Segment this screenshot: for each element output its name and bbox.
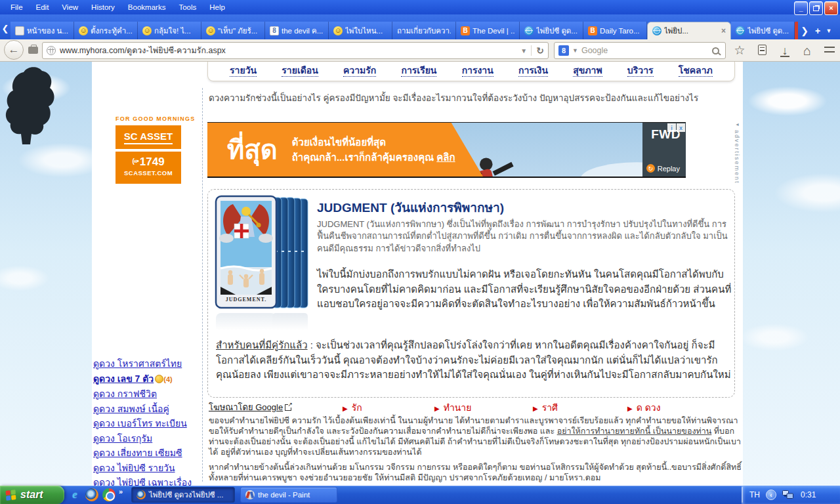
ad-info-icon[interactable]: i — [667, 123, 676, 132]
tab-6[interactable]: ไพ่ใบไหน... — [329, 22, 392, 39]
windows-flag-icon — [6, 489, 16, 500]
sidebar-item-gypsy-topics[interactable]: ดูดวง ไพ่ยิปซี เฉพาะเรื่อง — [93, 477, 206, 486]
ad-link-love[interactable]: รัก — [343, 400, 362, 415]
search-bar[interactable]: 8 ▼ Google — [554, 42, 726, 59]
tab-3[interactable]: กลุ้มใจ! ไ... — [138, 22, 201, 39]
tab-9[interactable]: ไพ่ยิปซี ดูด... — [520, 22, 583, 39]
sidebar-item-fortune-sticks[interactable]: ดูดวง เสี่ยงทาย เซียมซี — [93, 448, 206, 459]
ad-link-horoscope[interactable]: ด ดวง — [627, 400, 660, 415]
tab-1[interactable]: หน้าของ น... — [10, 22, 74, 39]
tab-10[interactable]: Daily Taro... — [583, 22, 647, 39]
sidebar-item-soulmate[interactable]: ดูดวง สมพงษ์ เนื้อคู่ — [93, 404, 206, 415]
menu-file[interactable]: File — [4, 1, 30, 13]
nav-money[interactable]: การเงิน — [518, 66, 548, 76]
sc-asset-ad[interactable]: FOR GOOD MORNINGS SC ASSET 1749 SCASSET.… — [116, 116, 181, 184]
taskbar-item-paint[interactable]: the devil - Paint — [240, 487, 337, 503]
menu-bars — [824, 47, 835, 54]
language-indicator[interactable]: TH — [749, 490, 760, 499]
search-dropdown-icon[interactable]: ▼ — [572, 47, 578, 54]
firefox-menubar: File Edit View History Bookmarks Tools H… — [0, 0, 840, 14]
sidebar-item-phone-plate[interactable]: ดูดวง เบอร์โทร ทะเบียน — [93, 418, 206, 429]
minimize-icon[interactable]: _ — [794, 1, 808, 15]
briefcase-icon[interactable] — [28, 47, 38, 54]
sidebar-item-gypsy-daily[interactable]: ดูดวง ไพ่ยิปซี รายวัน — [93, 463, 206, 474]
ad-close-icon[interactable]: x — [677, 123, 685, 132]
new-tab-icon[interactable]: + — [811, 26, 824, 36]
judgment-title: JUDGMENT (วันแห่งการพิพากษา) — [317, 198, 504, 217]
banner-copy: ด้วยเงื่อนไขที่น้อยที่สุด ถ้าคุณกล้า...เ… — [292, 135, 455, 165]
nav-daily[interactable]: รายวัน — [230, 66, 257, 76]
url-dropdown-icon[interactable]: ▼ — [520, 47, 527, 54]
menu-bookmarks[interactable]: Bookmarks — [121, 1, 173, 13]
bookmarks-panel-icon[interactable] — [755, 44, 770, 57]
network-icon[interactable] — [782, 490, 793, 499]
menu-history[interactable]: History — [85, 1, 121, 13]
tab-11-active[interactable]: ไพ่ยิป...× — [647, 22, 731, 39]
hamburger-menu-icon[interactable] — [822, 44, 837, 57]
tab-scroll-right-icon[interactable]: ❯ — [798, 26, 811, 36]
sidebar-item-oracle[interactable]: ดูดวง โอเรกุรัม — [93, 433, 206, 444]
start-label: start — [20, 489, 43, 501]
start-button[interactable]: start — [0, 486, 64, 504]
nav-health[interactable]: สุขภาพ — [573, 66, 602, 76]
horoscope-category-nav: รายวัน รายเดือน ความรัก การเรียน การงาน … — [207, 62, 735, 81]
sidebar-item-thai-astrology[interactable]: ดูดวง โหราศาสตร์ไทย — [93, 358, 206, 369]
banner-cta-link[interactable]: คลิก — [436, 152, 455, 163]
nav-study[interactable]: การเรียน — [401, 66, 436, 76]
ie-quicklaunch-icon[interactable]: e — [68, 488, 81, 501]
url-bar[interactable]: www.myhora.com/ดูดวง-ไพ่ยิปซี-ความรัก.as… — [42, 42, 549, 59]
tab-2[interactable]: ตั้งกระทู้คำ... — [74, 22, 138, 39]
firefox-quicklaunch-icon[interactable] — [85, 488, 98, 501]
chrome-quicklaunch-icon[interactable] — [102, 488, 116, 501]
sc-contact-box: 1749 SCASSET.COM — [116, 152, 181, 184]
menu-edit[interactable]: Edit — [30, 1, 56, 13]
url-text[interactable]: www.myhora.com/ดูดวง-ไพ่ยิปซี-ความรัก.as… — [60, 44, 516, 57]
list-tabs-icon[interactable]: ▼ — [824, 28, 833, 34]
ad-replay-control[interactable]: Replay — [646, 164, 680, 173]
intro-text: ดวงความรักช่วงนี้เป็นอย่างไร คู่ครองมีปั… — [209, 91, 739, 105]
bookmark-star-icon[interactable]: ☆ — [732, 44, 747, 57]
tab-close-icon[interactable]: × — [721, 26, 726, 35]
menu-tools[interactable]: Tools — [172, 1, 203, 13]
menu-help[interactable]: Help — [203, 1, 232, 13]
replay-icon — [646, 164, 655, 173]
banner-line-2: ถ้าคุณกล้า...เราก็กล้าคุ้มครองคุณ คลิก — [292, 150, 455, 165]
reload-icon[interactable]: ↻ — [531, 45, 544, 56]
quicklaunch-overflow-icon[interactable]: » — [119, 488, 123, 495]
tree-silhouette — [0, 63, 63, 146]
paint-icon — [245, 490, 255, 499]
close-icon[interactable]: × — [824, 1, 838, 15]
back-button[interactable]: ← — [4, 40, 24, 60]
tab-5[interactable]: the devil ค... — [265, 22, 329, 39]
tab-8[interactable]: The Devil | ... — [456, 22, 520, 39]
taskbar-item-firefox[interactable]: ไพ่ยิปซี ดูดวงไพ่ยิปซี ... — [131, 487, 235, 503]
magnifier-icon[interactable] — [712, 47, 719, 54]
home-icon[interactable]: ⌂ — [799, 44, 815, 57]
closing-underlined: อย่าให้การทำนายทายทักนี้ เป็นนายของท่าน — [557, 427, 712, 436]
tab-4[interactable]: "เห็บ" ภัยร้... — [201, 22, 265, 39]
menu-view[interactable]: View — [55, 1, 85, 13]
fwd-banner-ad[interactable]: ที่สุด ด้วยเงื่อนไขที่น้อยที่สุด ถ้าคุณก… — [207, 122, 686, 178]
ads-by-google-link[interactable]: โฆษณาโดย Google — [209, 400, 291, 414]
search-placeholder[interactable]: Google — [581, 46, 709, 55]
page-white-column: รายวัน รายเดือน ความรัก การเรียน การงาน … — [92, 62, 743, 486]
restore-icon[interactable] — [809, 1, 823, 15]
downloads-icon[interactable]: ↓ — [777, 44, 793, 57]
smiley-favicon — [142, 26, 152, 35]
tab-scroll-left-icon[interactable]: ❮ — [1, 24, 10, 33]
nav-love[interactable]: ความรัก — [343, 66, 376, 76]
ad-link-zodiac[interactable]: ราศี — [533, 400, 558, 415]
sidebar-item-7-numbers[interactable]: ดูดวง เลข 7 ตัว(4) — [93, 373, 206, 385]
search-engine-icon[interactable]: 8 — [558, 45, 569, 56]
nav-monthly[interactable]: รายเดือน — [282, 66, 318, 76]
sidebar-item-life-graph[interactable]: ดูดวง กราฟชีวิต — [93, 388, 206, 400]
tab-12[interactable]: ไพ่ยิปซี ดูด... — [731, 22, 795, 39]
tab-7[interactable]: ถามเกี่ยวกับควา... — [392, 22, 456, 39]
tray-collapse-icon[interactable] — [766, 490, 776, 500]
ad-link-predict[interactable]: ทำนาย — [434, 400, 471, 415]
sidebar-links: ดูดวง โหราศาสตร์ไทย ดูดวง เลข 7 ตัว(4) ด… — [93, 358, 206, 486]
nav-work[interactable]: การงาน — [462, 66, 494, 76]
blogger-favicon — [588, 26, 597, 35]
nav-luck[interactable]: โชคลาภ — [679, 66, 713, 76]
nav-family[interactable]: บริวาร — [627, 66, 654, 76]
